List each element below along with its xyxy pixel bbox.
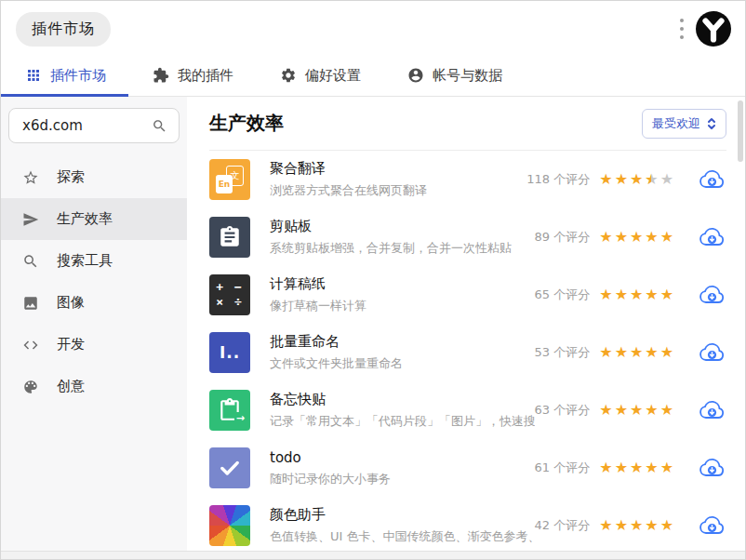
download-cloud-icon[interactable]	[699, 285, 725, 305]
tab-preferences[interactable]: 偏好设置	[256, 57, 383, 97]
ratings-count: 89 个评分	[535, 229, 591, 246]
star-rating: ★★★★★	[599, 403, 673, 418]
search-icon[interactable]	[152, 118, 167, 134]
category-menu: 探索 生产效率 搜索工具 图像 开发	[1, 156, 187, 407]
kebab-menu-icon[interactable]	[674, 15, 689, 43]
sidebar-item-explore[interactable]: 探索	[1, 156, 187, 198]
sidebar-item-productivity[interactable]: 生产效率	[1, 198, 187, 240]
plugin-description: 随时记录你的大小事务	[270, 471, 535, 487]
tab-label: 帐号与数据	[433, 67, 502, 85]
plugin-icon-calculator: + −× ÷	[209, 274, 250, 315]
download-cloud-icon[interactable]	[699, 227, 725, 247]
ratings-count: 42 个评分	[535, 517, 591, 534]
download-cloud-icon[interactable]	[699, 458, 725, 478]
plugin-list: 文 En 聚合翻译 浏览器方式聚合在线网页翻译 118 个评分 ★★★★★★	[209, 151, 726, 551]
plugin-row[interactable]: 剪贴板 系统剪贴板增强，合并复制，合并一次性粘贴 89 个评分 ★★★★★	[209, 208, 726, 266]
account-icon	[407, 67, 424, 84]
download-cloud-icon[interactable]	[699, 342, 725, 363]
tile-text: I..	[220, 343, 240, 362]
plugin-row[interactable]: 颜色助手 色值转换、UI 色卡、中国传统颜色、渐变色参考、图片颜色提取 42 个…	[209, 497, 726, 551]
plugin-name: 计算稿纸	[270, 275, 535, 293]
tab-plugin-market[interactable]: 插件市场	[1, 57, 128, 97]
tile-arrow: →	[234, 412, 245, 424]
star-outline-icon	[22, 169, 39, 186]
window-title-badge: 插件市场	[16, 12, 111, 47]
sidebar-item-label: 探索	[57, 168, 85, 186]
sidebar-item-label: 创意	[57, 378, 85, 395]
search-input[interactable]	[22, 117, 152, 134]
plugin-market-window: 插件市场 插件市场 我的插件 偏好设置 帐号与数据	[0, 0, 746, 560]
tab-bar: 插件市场 我的插件 偏好设置 帐号与数据	[1, 57, 745, 97]
sidebar-item-creative[interactable]: 创意	[1, 366, 187, 407]
tab-label: 我的插件	[178, 67, 233, 85]
sidebar-item-label: 开发	[57, 336, 85, 353]
checkmark-icon	[218, 456, 242, 480]
plugin-description: 记录「常用文本」「代码片段」「图片」，快速搜索定位，回车粘贴	[270, 413, 535, 430]
plugin-name: 批量重命名	[270, 333, 535, 351]
download-cloud-icon[interactable]	[699, 515, 725, 536]
page-title: 生产效率	[209, 111, 284, 136]
ratings-count: 118 个评分	[526, 171, 590, 188]
search-box[interactable]	[8, 108, 180, 143]
sidebar-item-image[interactable]: 图像	[1, 282, 187, 324]
plugin-icon-clipboard	[209, 217, 250, 258]
sidebar-item-search-tools[interactable]: 搜索工具	[1, 240, 187, 282]
plugin-icon-memo: →	[209, 390, 250, 431]
star-rating: ★★★★★	[599, 460, 673, 475]
code-icon	[22, 337, 39, 353]
star-rating: ★★★★★	[599, 518, 673, 533]
plugin-name: 剪贴板	[270, 218, 535, 235]
plugin-icon-rename: I..	[209, 332, 250, 373]
tile-text: × ÷	[216, 295, 243, 310]
sort-dropdown[interactable]: 最受欢迎	[642, 109, 726, 139]
ratings-count: 63 个评分	[535, 402, 591, 419]
star-rating: ★★★★★	[599, 230, 673, 245]
ratings-count: 65 个评分	[535, 287, 591, 303]
plugin-row[interactable]: → 备忘快贴 记录「常用文本」「代码片段」「图片」，快速搜索定位，回车粘贴 63…	[209, 381, 726, 439]
sidebar-item-label: 搜索工具	[57, 252, 113, 270]
plugin-name: todo	[270, 449, 535, 466]
plugin-description: 浏览器方式聚合在线网页翻译	[270, 182, 526, 199]
utools-logo-icon	[695, 10, 732, 47]
magnifier-icon	[22, 253, 39, 270]
tab-label: 偏好设置	[305, 67, 361, 85]
plugin-description: 文件或文件夹批量重命名	[270, 355, 535, 372]
tab-label: 插件市场	[50, 67, 106, 85]
vertical-scrollbar-thumb[interactable]	[738, 100, 743, 162]
category-sidebar: 探索 生产效率 搜索工具 图像 开发	[1, 97, 187, 551]
paper-plane-icon	[22, 211, 39, 228]
sidebar-item-label: 图像	[57, 294, 85, 312]
sort-arrows-icon	[707, 117, 716, 130]
plugin-icon-translate: 文 En	[209, 159, 250, 200]
sidebar-item-develop[interactable]: 开发	[1, 324, 187, 366]
plugin-row[interactable]: + −× ÷ 计算稿纸 像打草稿一样计算 65 个评分 ★★★★★	[209, 266, 726, 324]
plugin-list-panel: 生产效率 最受欢迎 文 En 聚合翻译 浏览器方式聚合在线网页翻译	[187, 97, 745, 551]
plugin-description: 系统剪贴板增强，合并复制，合并一次性粘贴	[270, 240, 535, 257]
tab-account-data[interactable]: 帐号与数据	[383, 57, 525, 97]
download-cloud-icon[interactable]	[699, 400, 725, 420]
star-rating: ★★★★★★	[599, 172, 673, 187]
gear-icon	[280, 67, 297, 84]
plugin-name: 备忘快贴	[270, 391, 535, 408]
star-rating: ★★★★★	[599, 345, 673, 360]
plugin-description: 像打草稿一样计算	[270, 298, 535, 314]
plugin-row[interactable]: 文 En 聚合翻译 浏览器方式聚合在线网页翻译 118 个评分 ★★★★★★	[209, 151, 726, 208]
sort-label: 最受欢迎	[652, 115, 700, 132]
download-cloud-icon[interactable]	[699, 169, 725, 190]
puzzle-icon	[153, 67, 169, 84]
horizontal-scrollbar[interactable]	[1, 551, 745, 559]
tab-my-plugins[interactable]: 我的插件	[128, 57, 256, 97]
plugin-description: 色值转换、UI 色卡、中国传统颜色、渐变色参考、图片颜色提取	[270, 528, 535, 545]
tile-text: + −	[216, 280, 243, 295]
plugin-row[interactable]: todo 随时记录你的大小事务 61 个评分 ★★★★★	[209, 439, 726, 497]
plugin-name: 颜色助手	[270, 506, 535, 524]
plugin-icon-colorwheel	[209, 505, 250, 546]
sidebar-item-label: 生产效率	[57, 210, 113, 228]
ratings-count: 53 个评分	[535, 344, 591, 361]
star-rating: ★★★★★	[599, 287, 673, 302]
plugin-row[interactable]: I.. 批量重命名 文件或文件夹批量重命名 53 个评分 ★★★★★	[209, 324, 726, 381]
image-icon	[22, 295, 39, 312]
plugin-icon-todo	[209, 447, 250, 488]
plugin-name: 聚合翻译	[270, 160, 526, 178]
palette-icon	[22, 379, 39, 395]
